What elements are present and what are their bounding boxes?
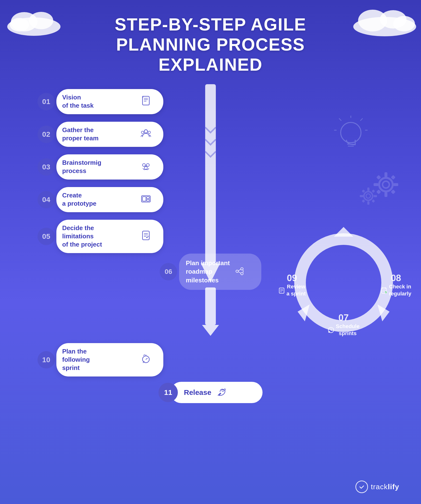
- step-03-pill: Brainstormig process: [56, 154, 163, 180]
- svg-rect-41: [374, 183, 378, 186]
- step-11-pill: Release: [171, 382, 263, 403]
- svg-point-37: [379, 178, 393, 191]
- svg-point-38: [383, 181, 389, 188]
- svg-rect-55: [362, 199, 365, 203]
- svg-point-2: [29, 12, 53, 29]
- step-04-number: 04: [38, 191, 55, 208]
- step-09-text-row: Review a sprint: [278, 283, 306, 297]
- step-03-number: 03: [38, 158, 55, 176]
- gear-decoration-small: [359, 187, 377, 206]
- svg-rect-14: [142, 96, 143, 98]
- step-06: 06 Plan important roadmap milestones: [160, 254, 261, 290]
- content-area: 01 Vision of the task 02 Gather the: [0, 84, 421, 504]
- step-03: 03 Brainstormig process: [38, 154, 163, 180]
- step-11-icon: [216, 387, 227, 398]
- step-02-text: Gather the proper team: [62, 126, 98, 143]
- svg-rect-25: [143, 231, 149, 240]
- svg-rect-80: [205, 287, 216, 325]
- svg-rect-10: [143, 96, 149, 105]
- brand-name: tracklify: [371, 483, 399, 491]
- step-01-number: 01: [38, 93, 55, 110]
- svg-point-59: [241, 272, 243, 275]
- svg-point-34: [341, 122, 361, 143]
- step-05-number: 05: [38, 228, 55, 245]
- step-01-pill: Vision of the task: [56, 89, 163, 114]
- svg-point-3: [10, 18, 29, 31]
- svg-rect-44: [391, 175, 396, 180]
- step-08-number: 08: [381, 273, 411, 283]
- step-05-text: Decide the limitations of the project: [62, 224, 102, 248]
- step-10: 10 Plan the following sprint: [38, 343, 163, 376]
- svg-line-30: [361, 119, 362, 120]
- step-06-pill: Plan important roadmap milestones: [179, 254, 261, 290]
- step-07-number: 07: [328, 313, 360, 323]
- svg-rect-43: [376, 175, 381, 180]
- svg-rect-23: [147, 197, 149, 199]
- step-01-text: Vision of the task: [62, 93, 94, 110]
- step-04-pill: Create a prototype: [56, 187, 163, 212]
- step-10-icon: [141, 354, 151, 366]
- svg-point-87: [222, 390, 224, 391]
- svg-point-47: [364, 192, 373, 200]
- svg-point-7: [393, 16, 415, 31]
- step-09-number: 09: [278, 273, 306, 283]
- svg-point-15: [144, 130, 148, 133]
- step-02-number: 02: [38, 126, 55, 143]
- svg-line-61: [238, 272, 241, 273]
- svg-rect-22: [143, 197, 146, 201]
- svg-line-86: [143, 362, 144, 363]
- brand-name-bold: lify: [388, 483, 399, 491]
- svg-point-48: [366, 194, 370, 198]
- step-03-text: Brainstormig process: [62, 159, 101, 175]
- svg-point-19: [146, 164, 149, 166]
- arrow-continuation: [202, 287, 219, 336]
- step-03-icon: [141, 161, 151, 173]
- step-06-icon: [234, 266, 245, 278]
- svg-rect-46: [391, 189, 396, 194]
- step-05-pill: Decide the limitations of the project: [56, 220, 163, 253]
- step-05-icon: [141, 230, 151, 243]
- svg-point-20: [144, 166, 147, 169]
- step-04-icon: [141, 193, 151, 206]
- circular-section: 07 Schedule sprints 08: [286, 225, 402, 344]
- svg-rect-39: [384, 172, 387, 177]
- svg-rect-53: [362, 189, 365, 193]
- svg-point-58: [241, 268, 243, 270]
- step-10-pill: Plan the following sprint: [56, 343, 163, 376]
- step-07: 07 Schedule sprints: [328, 313, 360, 337]
- step-09: 09 Review a sprint: [278, 273, 306, 297]
- step-01-icon: [141, 95, 151, 108]
- svg-point-16: [141, 131, 144, 134]
- center-arrow: [201, 84, 220, 283]
- step-05: 05 Decide the limitations of the project: [38, 220, 163, 253]
- svg-marker-64: [334, 227, 353, 237]
- step-07-text-row: Schedule sprints: [328, 323, 360, 337]
- svg-point-17: [148, 131, 150, 134]
- lightbulb-decoration: [334, 116, 368, 155]
- svg-line-32: [339, 119, 341, 120]
- step-11-number: 11: [158, 383, 178, 402]
- cloud-right: [351, 5, 419, 37]
- step-10-text: Plan the following sprint: [62, 347, 90, 372]
- svg-rect-42: [393, 183, 398, 186]
- svg-marker-81: [202, 325, 219, 336]
- step-04: 04 Create a prototype: [38, 187, 163, 212]
- step-08-label: Check in regularly: [389, 283, 411, 297]
- step-02-pill: Gather the proper team: [56, 122, 163, 147]
- step-08: 08 Check in regularly: [381, 273, 411, 297]
- cloud-left: [5, 7, 63, 37]
- step-07-label: Schedule sprints: [336, 323, 360, 337]
- step-08-text-row: Check in regularly: [381, 283, 411, 297]
- brand-logo-circle: [355, 481, 368, 493]
- svg-line-84: [146, 358, 147, 359]
- step-01: 01 Vision of the task: [38, 89, 163, 114]
- svg-rect-50: [367, 201, 369, 205]
- step-11: 11 Release: [158, 382, 263, 403]
- step-02-icon: [141, 128, 151, 141]
- svg-rect-24: [147, 199, 149, 201]
- svg-line-60: [238, 269, 241, 271]
- svg-rect-8: [205, 84, 216, 263]
- step-10-number: 10: [38, 351, 55, 369]
- step-02: 02 Gather the proper team: [38, 122, 163, 147]
- svg-point-57: [236, 270, 238, 272]
